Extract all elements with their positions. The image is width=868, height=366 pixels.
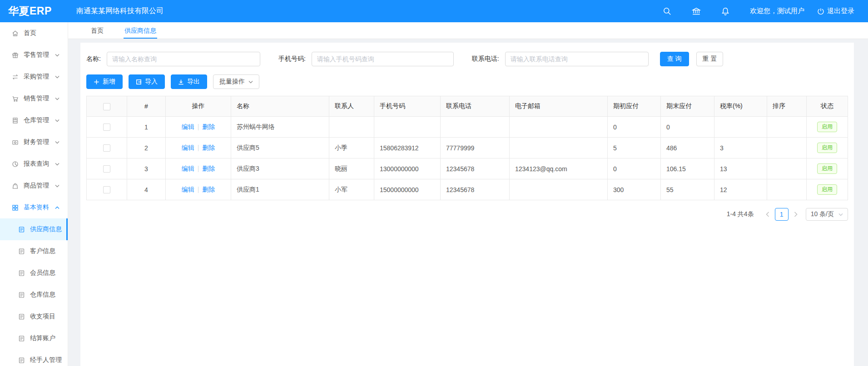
sidebar-item-label: 首页 xyxy=(24,29,36,37)
delete-link[interactable]: 删除 xyxy=(202,123,215,130)
row-checkbox[interactable] xyxy=(103,144,110,152)
page-number-button[interactable]: 1 xyxy=(775,208,789,221)
select-all-checkbox[interactable] xyxy=(103,103,110,110)
reset-button[interactable]: 重 置 xyxy=(696,52,724,66)
page-size-select[interactable]: 10 条/页 xyxy=(806,208,848,221)
sidebar-item-label: 报表查询 xyxy=(24,160,49,168)
row-checkbox[interactable] xyxy=(103,165,110,173)
cell-begin-payable: 0 xyxy=(608,158,661,179)
page-size-value: 10 条/页 xyxy=(811,210,834,218)
tel-filter-input[interactable] xyxy=(505,52,649,66)
main-area: 首页 供应商信息 名称: 手机号码: 联系电话: 查 询 重 置 xyxy=(68,22,868,366)
search-icon[interactable] xyxy=(663,7,672,16)
table-row: 4 编辑|删除 供应商1 小军 15000000000 12345678 300… xyxy=(87,179,848,200)
sidebar-item-label: 财务管理 xyxy=(24,138,49,146)
add-button[interactable]: 新增 xyxy=(86,74,123,89)
bag-icon xyxy=(12,183,19,189)
sidebar-item-settlement-account[interactable]: 结算账户 xyxy=(0,327,68,349)
cell-tax-rate: 13 xyxy=(714,158,767,179)
col-begin-payable: 期初应付 xyxy=(608,96,661,117)
sidebar-item-basic-data[interactable]: 基本资料 xyxy=(0,197,68,218)
tel-filter-label: 联系电话: xyxy=(472,55,499,63)
sidebar-item-label: 采购管理 xyxy=(24,73,49,81)
sidebar-item-warehouse-info[interactable]: 仓库信息 xyxy=(0,284,68,306)
col-phone: 手机号码 xyxy=(374,96,441,117)
next-page-icon[interactable] xyxy=(790,208,801,221)
sidebar-item-supplier-info[interactable]: 供应商信息 xyxy=(0,218,68,240)
delete-link[interactable]: 删除 xyxy=(202,165,215,172)
sidebar-item-label: 经手人管理 xyxy=(30,356,62,364)
sidebar-item-label: 仓库信息 xyxy=(30,291,55,299)
row-checkbox[interactable] xyxy=(103,186,110,193)
delete-link[interactable]: 删除 xyxy=(202,186,215,193)
chevron-down-icon xyxy=(55,184,60,188)
cell-email xyxy=(510,179,608,200)
col-sort: 排序 xyxy=(767,96,807,117)
edit-link[interactable]: 编辑 xyxy=(182,144,194,151)
logout-button[interactable]: 退出登录 xyxy=(817,7,854,15)
sidebar-item-retail[interactable]: 零售管理 xyxy=(0,44,68,66)
phone-filter-input[interactable] xyxy=(312,52,454,66)
content-area: 名称: 手机号码: 联系电话: 查 询 重 置 新增 导入 xyxy=(68,39,868,366)
export-button-label: 导出 xyxy=(187,78,200,86)
gift-icon xyxy=(12,52,19,59)
cell-sort xyxy=(767,179,807,200)
tab-supplier-info[interactable]: 供应商信息 xyxy=(124,22,157,39)
sidebar-item-purchase[interactable]: 采购管理 xyxy=(0,66,68,88)
table-header-row: # 操作 名称 联系人 手机号码 联系电话 电子邮箱 期初应付 期末应付 税率(… xyxy=(87,96,848,117)
sidebar-item-label: 销售管理 xyxy=(24,94,49,103)
sidebar-item-handler-management[interactable]: 经手人管理 xyxy=(0,349,68,366)
chevron-down-icon xyxy=(55,163,60,166)
cell-name: 苏州蜗牛网络 xyxy=(231,117,329,138)
tab-bar: 首页 供应商信息 xyxy=(68,22,868,39)
sidebar-item-goods[interactable]: 商品管理 xyxy=(0,175,68,197)
sidebar-item-member-info[interactable]: 会员信息 xyxy=(0,262,68,284)
sidebar-item-sales[interactable]: 销售管理 xyxy=(0,88,68,109)
edit-link[interactable]: 编辑 xyxy=(182,186,194,193)
bell-icon[interactable] xyxy=(721,7,730,16)
row-actions: 编辑|删除 xyxy=(166,138,231,158)
document-icon xyxy=(18,270,25,277)
delete-link[interactable]: 删除 xyxy=(202,144,215,151)
row-checkbox[interactable] xyxy=(103,124,110,131)
prev-page-icon[interactable] xyxy=(762,208,773,221)
cell-tax-rate xyxy=(714,117,767,138)
cell-sort xyxy=(767,117,807,138)
document-icon xyxy=(18,248,25,255)
export-button[interactable]: 导出 xyxy=(171,74,207,89)
search-button[interactable]: 查 询 xyxy=(660,52,689,66)
cell-name: 供应商1 xyxy=(231,179,329,200)
edit-link[interactable]: 编辑 xyxy=(182,123,194,130)
cell-tax-rate: 12 xyxy=(714,179,767,200)
chevron-down-icon xyxy=(55,75,60,79)
edit-link[interactable]: 编辑 xyxy=(182,165,194,172)
cell-tax-rate: 3 xyxy=(714,138,767,158)
import-button[interactable]: 导入 xyxy=(129,74,165,89)
add-button-label: 新增 xyxy=(103,78,115,86)
cell-name: 供应商3 xyxy=(231,158,329,179)
cell-phone: 13000000000 xyxy=(374,158,441,179)
col-index: # xyxy=(127,96,166,117)
company-name: 南通某某网络科技有限公司 xyxy=(76,6,164,16)
batch-actions-button[interactable]: 批量操作 xyxy=(213,74,259,89)
tab-home[interactable]: 首页 xyxy=(90,22,104,39)
action-divider: | xyxy=(198,123,199,130)
sidebar-item-warehouse[interactable]: 仓库管理 xyxy=(0,109,68,131)
cell-tel xyxy=(441,117,510,138)
sidebar-item-finance[interactable]: 财务管理 xyxy=(0,131,68,153)
platform-icon[interactable] xyxy=(692,7,701,16)
sidebar-item-income-expense[interactable]: 收支项目 xyxy=(0,306,68,327)
sidebar-item-reports[interactable]: 报表查询 xyxy=(0,153,68,175)
chevron-down-icon xyxy=(248,80,253,84)
cell-end-payable: 55 xyxy=(661,179,714,200)
cell-begin-payable: 5 xyxy=(608,138,661,158)
row-index: 1 xyxy=(127,117,166,138)
cell-email xyxy=(510,117,608,138)
cell-end-payable: 0 xyxy=(661,117,714,138)
document-icon xyxy=(18,335,25,342)
sidebar-item-customer-info[interactable]: 客户信息 xyxy=(0,240,68,262)
status-badge: 启用 xyxy=(817,163,837,174)
name-filter-input[interactable] xyxy=(107,52,260,66)
import-button-label: 导入 xyxy=(145,78,158,86)
sidebar-item-home[interactable]: 首页 xyxy=(0,22,68,44)
